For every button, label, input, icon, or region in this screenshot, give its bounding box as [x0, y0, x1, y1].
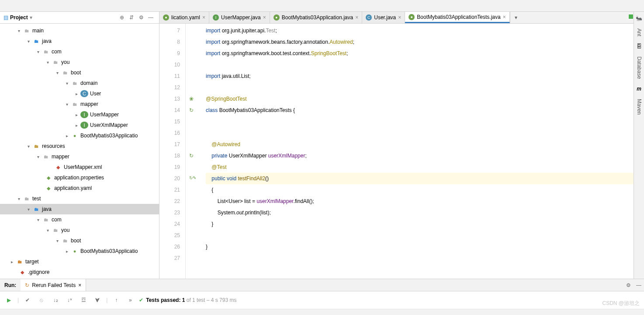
code-line[interactable] [206, 127, 644, 139]
project-tree[interactable]: 🖿main🖿java🖿com🖿you🖿boot🖿domainCUser🖿mapp… [0, 24, 159, 279]
tree-item--gitignore[interactable]: ◆.gitignore [0, 267, 159, 277]
tool-database[interactable]: Database [636, 56, 642, 79]
code-line[interactable]: List<User> list = userXmlMapper.findAll(… [206, 196, 644, 207]
tree-item-com[interactable]: 🖿com [0, 46, 159, 57]
code-line[interactable]: System.out.println(list); [206, 207, 644, 218]
up-icon[interactable]: ↑ [111, 295, 121, 305]
tree-item-application-properties[interactable]: ◆application.properties [0, 172, 159, 183]
tree-arrow-icon[interactable] [45, 228, 50, 233]
tool-maven[interactable]: Maven [636, 99, 642, 115]
tree-arrow-icon[interactable] [55, 70, 59, 75]
close-icon[interactable]: × [398, 14, 401, 21]
tab-usermapper-java[interactable]: IUserMapper.java× [209, 12, 270, 23]
code-line[interactable]: class BootMybatis03ApplicationTests { [206, 105, 644, 116]
tree-arrow-icon[interactable] [26, 207, 31, 212]
tree-arrow-icon[interactable] [26, 144, 31, 149]
play-icon[interactable]: ▶ [3, 295, 14, 305]
code-editor[interactable]: 789101112131415161718192021222324252627 … [159, 24, 644, 279]
tree-item-boot[interactable]: 🖿boot [0, 235, 159, 246]
tree-item-mapper[interactable]: 🖿mapper [0, 151, 159, 162]
code-line[interactable]: import org.springframework.boot.test.con… [206, 48, 644, 59]
close-icon[interactable]: × [503, 14, 506, 20]
tree-arrow-icon[interactable] [26, 39, 31, 44]
expand-all-icon[interactable]: ⮟ [92, 295, 103, 305]
tree-arrow-icon[interactable] [65, 81, 69, 86]
run-gutter-icon[interactable]: ↻ [189, 107, 195, 113]
tree-item-bootmybatis03applicatio[interactable]: ●BootMybatis03Applicatio [0, 246, 159, 256]
tree-arrow-icon[interactable] [74, 123, 79, 128]
code-line[interactable]: @SpringBootTest [206, 93, 644, 105]
tree-item-com[interactable]: 🖿com [0, 214, 159, 225]
tree-item-test[interactable]: 🖿test [0, 193, 159, 204]
code-line[interactable] [206, 116, 644, 127]
code-line[interactable]: import org.springframework.beans.factory… [206, 36, 644, 48]
close-icon[interactable]: × [78, 282, 81, 288]
tree-item-bootmybatis03applicatio[interactable]: ●BootMybatis03Applicatio [0, 130, 159, 141]
tab-lication-yaml[interactable]: ●lication.yaml× [159, 12, 209, 23]
history-icon[interactable]: » [125, 295, 135, 305]
tree-item-java[interactable]: 🖿java [0, 204, 159, 214]
run-edit-gutter-icon[interactable]: ↻✎ [189, 175, 195, 182]
tree-item-resources[interactable]: 🖿resources [0, 141, 159, 151]
tree-arrow-icon[interactable] [74, 112, 79, 117]
run-settings-icon[interactable]: ⚙ [623, 280, 634, 290]
code-line[interactable]: public void testFindAll2() [206, 173, 644, 184]
settings-icon[interactable]: ⚙ [136, 13, 146, 22]
tree-item-mapper[interactable]: 🖿mapper [0, 99, 159, 109]
filter-icon[interactable]: ☲ [78, 295, 89, 305]
tree-arrow-icon[interactable] [65, 102, 69, 107]
tree-arrow-icon[interactable] [36, 49, 40, 54]
tree-item-boot[interactable]: 🖿boot [0, 67, 159, 78]
code-line[interactable]: } [206, 241, 644, 252]
code-line[interactable]: import org.junit.jupiter.api.Test; [206, 25, 644, 36]
code-line[interactable]: { [206, 184, 644, 196]
code-line[interactable]: private UserXmlMapper userXmlMapper; [206, 150, 644, 161]
locate-icon[interactable]: ⊕ [117, 13, 127, 22]
tab-bootmybatis03applicationtests-java[interactable]: ●BootMybatis03ApplicationTests.java× [405, 12, 509, 23]
code-area[interactable]: import org.junit.jupiter.api.Test;import… [201, 24, 644, 279]
code-line[interactable]: @Test [206, 161, 644, 173]
tree-item-java[interactable]: 🖿java [0, 36, 159, 46]
database-icon[interactable]: 🗄 [637, 43, 642, 49]
tree-item-usermapper-xml[interactable]: ◆UserMapper.xml [0, 162, 159, 172]
tree-item-user[interactable]: CUser [0, 88, 159, 99]
tree-arrow-icon[interactable] [65, 133, 69, 138]
close-icon[interactable]: × [355, 14, 358, 21]
code-line[interactable] [206, 82, 644, 93]
tree-arrow-icon[interactable] [74, 91, 79, 96]
code-line[interactable]: @Autowired [206, 139, 644, 150]
code-line[interactable]: import java.util.List; [206, 70, 644, 82]
tree-item-domain[interactable]: 🖿domain [0, 78, 159, 88]
tree-item-you[interactable]: 🖿you [0, 57, 159, 67]
tree-arrow-icon[interactable] [45, 60, 50, 65]
expand-icon[interactable]: ⇵ [127, 13, 136, 22]
ant-icon[interactable]: 🐜 [636, 15, 642, 21]
tree-arrow-icon[interactable] [10, 259, 14, 264]
run-hide-icon[interactable]: — [634, 280, 644, 290]
tree-item-main[interactable]: 🖿main [0, 25, 159, 36]
stop-icon[interactable]: ⦸ [36, 295, 47, 305]
maven-icon[interactable]: m [637, 86, 641, 92]
run-gutter-icon[interactable]: ↻ [189, 153, 195, 159]
sort-abc-icon[interactable]: ↓ᵃ [64, 295, 75, 305]
tree-item-userxmlmapper[interactable]: IUserXmlMapper [0, 120, 159, 130]
hide-icon[interactable]: — [146, 13, 156, 22]
close-icon[interactable]: × [263, 14, 266, 21]
tree-arrow-icon[interactable] [55, 238, 59, 243]
run-tab[interactable]: ↻ Rerun Failed Tests × [21, 279, 86, 291]
code-line[interactable]: } [206, 218, 644, 230]
tree-item-usermapper[interactable]: IUserMapper [0, 109, 159, 120]
tree-arrow-icon[interactable] [17, 28, 21, 33]
tree-item-you[interactable]: 🖿you [0, 225, 159, 235]
project-dropdown-icon[interactable]: ▾ [30, 14, 32, 21]
code-line[interactable] [206, 230, 644, 241]
tree-arrow-icon[interactable] [36, 154, 40, 159]
close-icon[interactable]: × [202, 14, 205, 21]
tree-item-target[interactable]: 🖿target [0, 256, 159, 267]
tree-arrow-icon[interactable] [36, 217, 40, 222]
sort-icon[interactable]: ↓₂ [50, 295, 61, 305]
tabs-more-icon[interactable]: ▾ [510, 12, 522, 23]
tree-arrow-icon[interactable] [65, 249, 69, 254]
code-line[interactable] [206, 252, 644, 264]
tool-ant[interactable]: Ant [636, 28, 642, 36]
